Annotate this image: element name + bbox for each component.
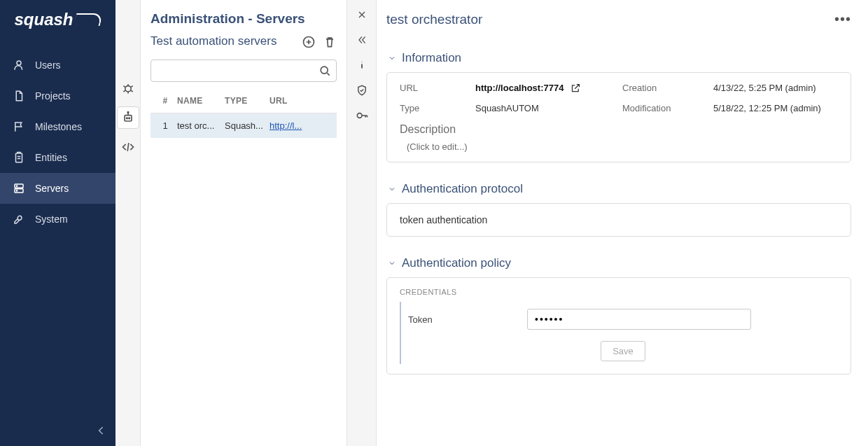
svg-point-8 bbox=[127, 112, 129, 113]
sidebar-item-users[interactable]: Users bbox=[0, 50, 115, 81]
sidebar-item-milestones[interactable]: Milestones bbox=[0, 111, 115, 142]
sidebar-item-label: Milestones bbox=[35, 121, 82, 132]
server-icon bbox=[13, 182, 25, 195]
svg-rect-1 bbox=[16, 153, 22, 162]
svg-point-12 bbox=[321, 67, 328, 74]
svg-point-5 bbox=[16, 190, 17, 191]
app-logo: squash bbox=[0, 0, 115, 39]
document-icon bbox=[13, 90, 25, 102]
chevron-down-icon bbox=[388, 185, 396, 193]
description-editor[interactable]: (Click to edit...) bbox=[400, 136, 838, 152]
tab-robot[interactable] bbox=[117, 106, 139, 129]
sidebar-item-projects[interactable]: Projects bbox=[0, 81, 115, 111]
token-label: Token bbox=[408, 314, 513, 325]
sidebar-item-servers[interactable]: Servers bbox=[0, 173, 115, 204]
svg-point-4 bbox=[16, 186, 17, 186]
svg-point-13 bbox=[357, 113, 362, 118]
tab-security[interactable] bbox=[354, 83, 370, 98]
detail-panel: test orchestrator ••• Information URL ht… bbox=[377, 0, 868, 446]
open-external-icon[interactable] bbox=[570, 83, 581, 93]
collapse-sidebar-icon[interactable] bbox=[94, 424, 108, 438]
add-icon[interactable] bbox=[302, 35, 316, 49]
user-icon bbox=[13, 59, 25, 71]
panel-subtitle: Test automation servers bbox=[150, 34, 276, 50]
tab-bug[interactable] bbox=[117, 77, 139, 99]
info-modification-value: 5/18/22, 12:25 PM (admin) bbox=[713, 103, 838, 113]
chevron-down-icon bbox=[388, 54, 396, 62]
sidebar-item-label: System bbox=[35, 214, 68, 225]
info-creation-value: 4/13/22, 5:25 PM (admin) bbox=[713, 83, 838, 93]
info-description-label: Description bbox=[400, 123, 838, 136]
table-row[interactable]: 1 test orc... Squash... http://l... bbox=[150, 113, 337, 138]
robot-icon bbox=[121, 111, 135, 125]
info-type-value: SquashAUTOM bbox=[475, 103, 622, 113]
info-url-label: URL bbox=[400, 83, 475, 93]
key-icon bbox=[355, 109, 369, 123]
close-icon bbox=[356, 9, 368, 20]
code-icon bbox=[121, 140, 135, 154]
svg-point-0 bbox=[17, 61, 21, 65]
delete-icon[interactable] bbox=[323, 35, 337, 49]
save-button[interactable]: Save bbox=[601, 341, 645, 361]
category-tabs bbox=[115, 0, 141, 446]
main-sidebar: squash Users Projects Milestones Entitie… bbox=[0, 0, 115, 446]
credentials-heading: CREDENTIALS bbox=[400, 288, 838, 296]
info-url-value[interactable]: http://localhost:7774 bbox=[475, 83, 564, 93]
svg-point-9 bbox=[126, 118, 127, 119]
tab-code[interactable] bbox=[117, 136, 139, 158]
sidebar-item-entities[interactable]: Entities bbox=[0, 142, 115, 173]
double-chevron-left-icon bbox=[356, 34, 368, 46]
search-input[interactable] bbox=[155, 65, 318, 76]
sidebar-item-system[interactable]: System bbox=[0, 204, 115, 235]
svg-point-6 bbox=[125, 86, 130, 92]
section-toggle-information[interactable]: Information bbox=[386, 47, 851, 72]
search-icon[interactable] bbox=[318, 64, 332, 78]
chevron-down-icon bbox=[388, 259, 396, 267]
info-creation-label: Creation bbox=[622, 83, 713, 93]
more-menu-button[interactable]: ••• bbox=[834, 11, 851, 27]
close-detail-button[interactable] bbox=[354, 7, 370, 22]
wrench-icon bbox=[13, 213, 25, 225]
info-type-label: Type bbox=[400, 103, 475, 113]
sidebar-item-label: Servers bbox=[35, 183, 69, 194]
tab-info[interactable] bbox=[354, 57, 370, 73]
auth-protocol-value[interactable]: token authentication bbox=[400, 214, 487, 225]
flag-icon bbox=[13, 120, 25, 133]
tab-key[interactable] bbox=[354, 108, 370, 123]
sidebar-item-label: Projects bbox=[35, 90, 71, 102]
sidebar-item-label: Entities bbox=[35, 152, 67, 163]
clipboard-icon bbox=[13, 151, 25, 164]
info-icon bbox=[356, 59, 368, 71]
server-list-panel: Administration - Servers Test automation… bbox=[141, 0, 347, 446]
sidebar-item-label: Users bbox=[35, 60, 61, 71]
page-title: Administration - Servers bbox=[148, 8, 340, 34]
detail-title: test orchestrator bbox=[386, 12, 482, 27]
section-toggle-auth-policy[interactable]: Authentication policy bbox=[386, 252, 851, 277]
bug-icon bbox=[121, 81, 135, 95]
detail-tabs bbox=[347, 0, 377, 446]
shield-check-icon bbox=[356, 84, 368, 97]
search-input-wrap bbox=[150, 60, 337, 82]
token-input[interactable] bbox=[527, 309, 751, 330]
svg-point-10 bbox=[128, 118, 130, 119]
table-header: # NAME TYPE URL bbox=[150, 89, 337, 113]
section-toggle-auth-protocol[interactable]: Authentication protocol bbox=[386, 178, 851, 203]
collapse-detail-button[interactable] bbox=[354, 32, 370, 48]
info-modification-label: Modification bbox=[622, 103, 713, 113]
